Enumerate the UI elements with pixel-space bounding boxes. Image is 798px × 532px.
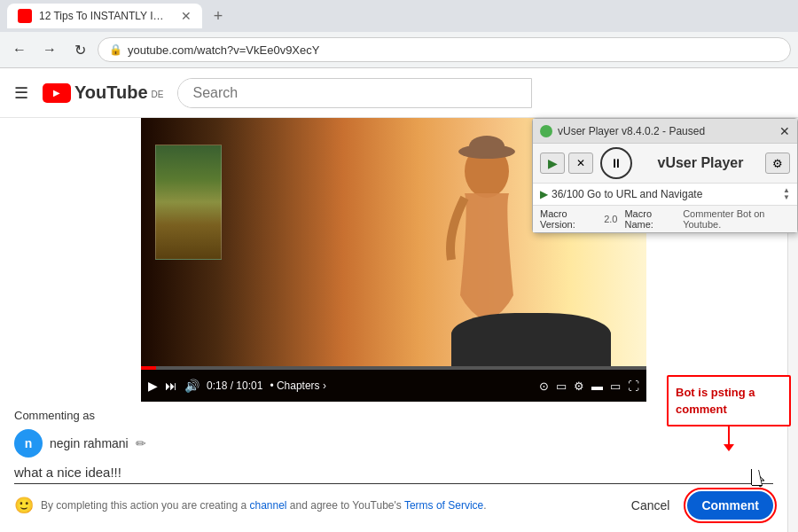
macro-name-label: Macro Name: (624, 208, 676, 230)
vuser-play-button[interactable]: ▶ (540, 153, 565, 174)
vuser-titlebar: vUser Player v8.4.0.2 - Paused ✕ (533, 119, 797, 144)
vuser-panel: vUser Player v8.4.0.2 - Paused ✕ ▶ ✕ ⏸ v… (532, 118, 798, 233)
new-tab-button[interactable]: + (206, 4, 231, 28)
youtube-logo[interactable]: YouTube DE (43, 82, 163, 103)
comment-text: what a nice idea!!! (14, 465, 773, 484)
macro-step-text: 36/100 Go to URL and Navigate (552, 188, 779, 200)
theater-button[interactable]: ▬ (591, 379, 603, 393)
cancel-button[interactable]: Cancel (621, 493, 681, 518)
miniplayer-button[interactable]: ⊙ (539, 379, 549, 393)
chapters-button[interactable]: • Chapters › (270, 379, 326, 392)
menu-button[interactable]: ☰ (14, 83, 28, 103)
vuser-macro-row: ▶ 36/100 Go to URL and Navigate ▲ ▼ (533, 184, 797, 206)
video-thumbnail-preview (155, 145, 222, 260)
tab-bar: 12 Tips To INSTANTLY Improve Y... ✕ + (0, 0, 798, 32)
bot-arrow-head (724, 444, 734, 451)
macro-version-value: 2.0 (604, 214, 617, 224)
bot-arrow-line (728, 426, 730, 444)
time-display: 0:18 / 10:01 (207, 379, 262, 392)
address-bar[interactable]: 🔒 youtube.com/watch?v=VkEe0v9XecY (98, 37, 791, 62)
vuser-info-row: Macro Version: 2.0 Macro Name: Commenter… (533, 206, 797, 232)
terms-link[interactable]: Terms of Service (404, 499, 483, 512)
active-tab[interactable]: 12 Tips To INSTANTLY Improve Y... ✕ (7, 4, 202, 28)
settings-button[interactable]: ⚙ (574, 379, 584, 393)
emoji-icon[interactable]: 🙂 (14, 496, 34, 515)
bot-annotation-text: Bot is psting a comment (676, 386, 755, 416)
url-text: youtube.com/watch?v=VkEe0v9XecY (128, 43, 319, 57)
comment-user-row: n negin rahmani ✏ (14, 429, 773, 458)
search-bar[interactable] (177, 78, 532, 108)
tab-title: 12 Tips To INSTANTLY Improve Y... (39, 10, 170, 22)
next-button[interactable]: ⏭ (165, 379, 177, 393)
vuser-settings-button[interactable]: ⚙ (765, 153, 790, 174)
bot-annotation-box: Bot is psting a comment (667, 375, 791, 426)
forward-button[interactable]: → (37, 37, 62, 62)
search-input[interactable] (178, 79, 531, 107)
macro-name-value: Commenter Bot on Youtube. (683, 208, 790, 230)
footer-text: By completing this action you are creati… (41, 499, 614, 512)
youtube-header: ☰ YouTube DE (0, 68, 798, 118)
vuser-stop-button[interactable]: ✕ (568, 153, 593, 174)
macro-play-icon: ▶ (540, 188, 548, 200)
youtube-logo-icon (43, 83, 71, 103)
user-name: negin rahmani (50, 436, 129, 450)
vuser-title: vUser Player v8.4.0.2 - Paused (558, 125, 774, 137)
back-button[interactable]: ← (7, 37, 32, 62)
refresh-button[interactable]: ↻ (67, 37, 92, 62)
video-controls: ▶ ⏭ 🔊 0:18 / 10:01 • Chapters › ⊙ ▭ ⚙ ▬ … (141, 370, 646, 402)
user-avatar: n (14, 429, 43, 458)
macro-arrows[interactable]: ▲ ▼ (783, 187, 790, 201)
youtube-logo-text: YouTube (74, 82, 148, 103)
svg-point-2 (469, 136, 505, 157)
edit-icon[interactable]: ✏ (136, 436, 146, 450)
commenting-as-label: Commenting as (14, 409, 773, 422)
tab-favicon (18, 9, 32, 23)
vuser-controls-bar: ▶ ✕ ⏸ vUser Player ⚙ (533, 144, 797, 184)
bot-arrow (724, 426, 734, 451)
tab-close-button[interactable]: ✕ (181, 9, 192, 23)
widescreen-button[interactable]: ▭ (610, 379, 621, 393)
play-button[interactable]: ▶ (148, 379, 158, 393)
vuser-favicon (540, 125, 552, 137)
volume-button[interactable]: 🔊 (184, 379, 200, 393)
navigation-bar: ← → ↻ 🔒 youtube.com/watch?v=VkEe0v9XecY (0, 32, 798, 67)
lock-icon: 🔒 (109, 43, 122, 56)
vuser-brand-label: vUser Player (639, 155, 762, 171)
comment-submit-button[interactable]: Comment (687, 491, 773, 520)
macro-down-arrow[interactable]: ▼ (783, 194, 790, 201)
macro-version-label: Macro Version: (540, 208, 597, 230)
channel-link[interactable]: channel (249, 499, 286, 512)
vuser-logo: ⏸ (600, 147, 632, 179)
fullscreen-button[interactable]: ⛶ (628, 379, 639, 393)
vuser-close-button[interactable]: ✕ (779, 124, 790, 138)
youtube-region-badge: DE (152, 90, 164, 99)
comment-footer: 🙂 By completing this action you are crea… (14, 491, 773, 520)
subtitles-button[interactable]: ▭ (556, 379, 567, 393)
